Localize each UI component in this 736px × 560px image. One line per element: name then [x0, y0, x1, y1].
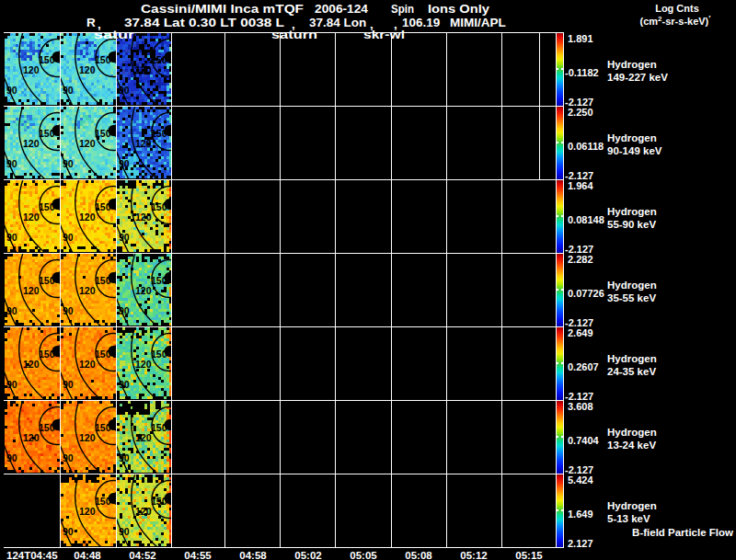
svg-text:90: 90 — [119, 85, 130, 96]
svg-text:120: 120 — [135, 359, 152, 370]
svg-text:04:52: 04:52 — [129, 550, 155, 560]
svg-text:120: 120 — [23, 64, 40, 75]
svg-text:MIMI/APL: MIMI/APL — [450, 16, 506, 29]
svg-text:150: 150 — [95, 201, 111, 212]
svg-text:150: 150 — [95, 54, 111, 65]
svg-text:150: 150 — [39, 275, 55, 286]
svg-text:120: 120 — [135, 138, 152, 149]
svg-text:90: 90 — [63, 232, 74, 243]
svg-text:90: 90 — [63, 85, 74, 96]
svg-text:90: 90 — [6, 452, 17, 463]
svg-text:150: 150 — [151, 349, 167, 360]
svg-text:120: 120 — [79, 432, 96, 443]
svg-text:2.282: 2.282 — [568, 254, 593, 265]
svg-text:05:08: 05:08 — [405, 550, 432, 560]
svg-text:Spin: Spin — [391, 2, 414, 16]
svg-text:120: 120 — [79, 138, 96, 149]
svg-text:90-149 keV: 90-149 keV — [607, 145, 662, 156]
svg-text:05:02: 05:02 — [294, 550, 321, 560]
svg-text:skr-wl: skr-wl — [363, 28, 405, 41]
svg-text:120: 120 — [135, 211, 152, 223]
svg-text:05:12: 05:12 — [460, 550, 487, 560]
svg-text:(cm2-sr-s-keV)′: (cm2-sr-s-keV)′ — [640, 14, 711, 27]
svg-text:55-90 keV: 55-90 keV — [607, 219, 656, 230]
svg-text:90: 90 — [6, 158, 17, 169]
svg-text:120: 120 — [23, 359, 40, 370]
svg-text:1.891: 1.891 — [568, 33, 593, 44]
svg-text:150: 150 — [151, 275, 167, 286]
svg-text:120: 120 — [23, 138, 40, 149]
svg-text:0.08148: 0.08148 — [568, 214, 604, 225]
svg-text:13-24 keV: 13-24 keV — [607, 440, 656, 451]
svg-text:Hydrogen: Hydrogen — [607, 427, 657, 438]
svg-text:120: 120 — [135, 432, 152, 443]
svg-text:120: 120 — [79, 211, 96, 223]
svg-text:2.127: 2.127 — [568, 538, 593, 549]
svg-text:35-55 keV: 35-55 keV — [607, 292, 656, 303]
svg-text:150: 150 — [151, 54, 167, 65]
svg-text:120: 120 — [23, 432, 40, 443]
svg-text:05:05: 05:05 — [350, 550, 377, 560]
svg-text:150: 150 — [39, 422, 55, 433]
svg-text:150: 150 — [95, 275, 111, 286]
svg-text:149-227 keV: 149-227 keV — [607, 72, 668, 83]
svg-text:-0.1182: -0.1182 — [565, 67, 599, 78]
svg-text:150: 150 — [151, 496, 167, 507]
svg-text:150: 150 — [151, 128, 167, 139]
svg-text:120: 120 — [135, 64, 152, 75]
svg-text:90: 90 — [6, 85, 17, 96]
svg-text:120: 120 — [79, 506, 96, 517]
svg-text:Hydrogen: Hydrogen — [607, 206, 657, 217]
svg-text:90: 90 — [6, 232, 17, 243]
svg-text:B-field Particle Flow: B-field Particle Flow — [632, 527, 733, 538]
svg-text:90: 90 — [63, 305, 74, 316]
svg-text:150: 150 — [95, 128, 111, 139]
svg-text:2.649: 2.649 — [568, 327, 593, 338]
svg-text:90: 90 — [119, 379, 130, 390]
svg-text:150: 150 — [39, 54, 55, 65]
svg-text:90: 90 — [6, 379, 17, 390]
svg-text:150: 150 — [95, 349, 111, 360]
svg-text:90: 90 — [63, 158, 74, 169]
svg-text:150: 150 — [151, 201, 167, 212]
svg-text:3.608: 3.608 — [568, 401, 593, 412]
svg-text:90: 90 — [63, 452, 74, 463]
svg-text:5.424: 5.424 — [568, 474, 593, 486]
svg-text:90: 90 — [63, 526, 74, 537]
svg-text:120: 120 — [135, 506, 152, 517]
svg-text:150: 150 — [39, 128, 55, 139]
svg-text:0.2607: 0.2607 — [568, 361, 599, 372]
svg-text:Log Cnts: Log Cnts — [655, 3, 699, 14]
svg-text:Hydrogen: Hydrogen — [607, 500, 657, 511]
svg-text:90: 90 — [63, 379, 74, 390]
svg-text:90: 90 — [119, 452, 130, 463]
svg-text:satur: satur — [94, 28, 134, 41]
svg-text:150: 150 — [95, 496, 111, 507]
svg-text:2.250: 2.250 — [568, 107, 593, 118]
svg-text:Hydrogen: Hydrogen — [607, 353, 657, 364]
svg-text:120: 120 — [79, 359, 96, 370]
svg-text:120: 120 — [79, 285, 96, 296]
svg-text:Hydrogen: Hydrogen — [607, 132, 657, 143]
svg-text:0.07726: 0.07726 — [568, 288, 604, 299]
svg-text:106.19: 106.19 — [402, 16, 440, 29]
svg-text:1.964: 1.964 — [568, 180, 593, 191]
svg-text:04:58: 04:58 — [239, 550, 267, 560]
svg-text:120: 120 — [23, 211, 40, 223]
svg-text:0.06118: 0.06118 — [568, 141, 604, 152]
svg-text:150: 150 — [39, 201, 55, 212]
svg-text:124T04:45: 124T04:45 — [6, 550, 58, 560]
svg-text:90: 90 — [119, 305, 130, 316]
svg-text:90: 90 — [119, 526, 130, 537]
svg-text:2006-124: 2006-124 — [315, 2, 368, 16]
svg-text:150: 150 — [151, 422, 167, 433]
svg-text:Ions Only: Ions Only — [428, 2, 490, 16]
svg-text:90: 90 — [119, 232, 130, 243]
svg-text:120: 120 — [23, 285, 40, 296]
svg-text:150: 150 — [39, 349, 55, 360]
svg-text:Hydrogen: Hydrogen — [607, 280, 657, 291]
svg-text:05:15: 05:15 — [515, 550, 543, 560]
svg-text:Hydrogen: Hydrogen — [607, 59, 657, 70]
svg-text:150: 150 — [95, 422, 111, 433]
svg-text:1.649: 1.649 — [568, 509, 593, 520]
